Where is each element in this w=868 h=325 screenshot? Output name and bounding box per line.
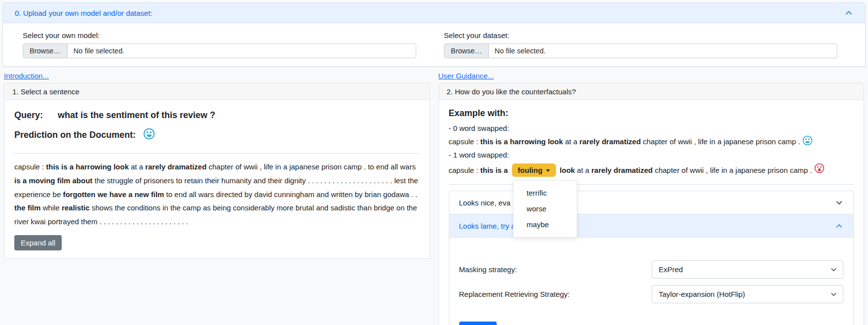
divider bbox=[14, 153, 420, 154]
dataset-file-status: No file selected. bbox=[489, 44, 552, 58]
prediction-line: Prediction on the Document: bbox=[14, 128, 420, 142]
prediction-label: Prediction on the Document: bbox=[14, 130, 136, 140]
example-title: Example with: bbox=[449, 108, 854, 119]
swap-options-menu: terrific worse maybe bbox=[513, 180, 577, 238]
model-file-status: No file selected. bbox=[68, 44, 130, 58]
query-line: Query:what is the sentiment of this revi… bbox=[14, 110, 420, 121]
swap-word-dropdown: fouling terrific worse maybe bbox=[512, 162, 556, 178]
expand-all-button[interactable]: Expand all bbox=[14, 235, 62, 250]
right-column: User Guidance... 2. How do you like the … bbox=[438, 67, 865, 325]
sentence-one-suffix: look at a rarely dramatized chapter of w… bbox=[560, 166, 814, 174]
model-file-input[interactable]: Browse… No file selected. bbox=[23, 43, 416, 58]
sentence-panel: 1. Select a sentence Query:what is the s… bbox=[4, 83, 430, 259]
feedback-accordion: Looks nice, eva Looks lame, try another … bbox=[449, 191, 854, 325]
strategy-form: Masking strategy: ExPred bbox=[449, 238, 854, 325]
caret-down-icon bbox=[546, 169, 550, 172]
negative-frown-icon bbox=[814, 166, 825, 175]
upload-section-title: 0. Upload your own model and/or dataset: bbox=[15, 9, 153, 17]
query-label: Query: bbox=[14, 110, 43, 120]
sentence-zero-text: capsule : this is a harrowing look at a … bbox=[449, 137, 802, 145]
chevron-down-icon bbox=[830, 266, 837, 273]
sentence-zero-swapped: capsule : this is a harrowing look at a … bbox=[449, 135, 854, 149]
dataset-file-input[interactable]: Browse… No file selected. bbox=[444, 43, 837, 58]
sentence-one-swapped: capsule : this is a fouling terrific wor… bbox=[449, 162, 854, 179]
swap-word-button[interactable]: fouling bbox=[512, 163, 556, 177]
zero-swapped-label: - 0 word swapped: bbox=[449, 123, 854, 134]
replacement-strategy-select[interactable]: Taylor-expansion (HotFlip) bbox=[652, 285, 843, 303]
model-browse-button[interactable]: Browse… bbox=[23, 44, 68, 58]
divider bbox=[449, 184, 854, 185]
masking-strategy-select[interactable]: ExPred bbox=[652, 260, 843, 279]
model-upload-label: Select your own model: bbox=[23, 31, 424, 40]
dataset-upload-label: Select your dataset: bbox=[444, 31, 845, 40]
chevron-down-icon bbox=[830, 290, 837, 298]
masking-strategy-row: Masking strategy: ExPred bbox=[459, 260, 844, 279]
query-text: what is the sentiment of this review ? bbox=[58, 110, 215, 120]
chevron-down-icon[interactable] bbox=[835, 199, 843, 207]
chevron-up-icon[interactable] bbox=[844, 8, 853, 17]
dataset-browse-button[interactable]: Browse… bbox=[444, 44, 489, 58]
upload-section-body: Select your own model: Browse… No file s… bbox=[3, 23, 865, 67]
positive-smiley-icon bbox=[143, 128, 155, 142]
one-swapped-label: - 1 word swapped: bbox=[449, 150, 854, 161]
sentence-panel-header: 1. Select a sentence bbox=[4, 83, 430, 100]
looks-nice-label: Looks nice, eva bbox=[459, 199, 511, 207]
swap-option-terrific[interactable]: terrific bbox=[513, 185, 577, 201]
dataset-upload-column: Select your dataset: Browse… No file sel… bbox=[434, 28, 855, 58]
counterfactual-panel: 2. How do you like the counterfactuals? … bbox=[438, 83, 865, 325]
document-text[interactable]: capsule : this is a harrowing look at a … bbox=[14, 160, 420, 229]
model-upload-column: Select your own model: Browse… No file s… bbox=[13, 28, 434, 58]
main-columns: Introduction... 1. Select a sentence Que… bbox=[2, 67, 866, 325]
masking-strategy-label: Masking strategy: bbox=[459, 265, 517, 274]
swap-option-maybe[interactable]: maybe bbox=[513, 217, 577, 233]
sentence-panel-body: Query:what is the sentiment of this revi… bbox=[4, 100, 430, 258]
upload-section-header[interactable]: 0. Upload your own model and/or dataset: bbox=[3, 3, 865, 23]
replacement-strategy-value: Taylor-expansion (HotFlip) bbox=[659, 290, 745, 298]
looks-nice-accordion-row[interactable]: Looks nice, eva bbox=[449, 191, 854, 214]
page: 0. Upload your own model and/or dataset:… bbox=[0, 0, 868, 325]
user-guidance-link[interactable]: User Guidance... bbox=[438, 72, 494, 80]
chevron-up-icon[interactable] bbox=[835, 222, 843, 230]
swap-option-worse[interactable]: worse bbox=[513, 201, 577, 217]
sentence-one-prefix: capsule : this is a bbox=[449, 166, 508, 174]
introduction-link[interactable]: Introduction... bbox=[4, 72, 49, 80]
positive-smiley-icon bbox=[802, 139, 813, 147]
try-this-button[interactable]: Try this bbox=[459, 322, 497, 325]
left-column: Introduction... 1. Select a sentence Que… bbox=[4, 67, 430, 325]
counterfactual-panel-header: 2. How do you like the counterfactuals? bbox=[439, 83, 864, 100]
counterfactual-panel-body: Example with: - 0 word swapped: capsule … bbox=[439, 100, 864, 325]
looks-lame-accordion-row[interactable]: Looks lame, try another strategy bbox=[449, 214, 854, 238]
replacement-strategy-label: Replacement Retrieving Strategy: bbox=[459, 290, 570, 298]
upload-section: 0. Upload your own model and/or dataset:… bbox=[2, 2, 866, 67]
masking-strategy-value: ExPred bbox=[659, 265, 683, 274]
replacement-strategy-row: Replacement Retrieving Strategy: Taylor-… bbox=[459, 285, 844, 303]
